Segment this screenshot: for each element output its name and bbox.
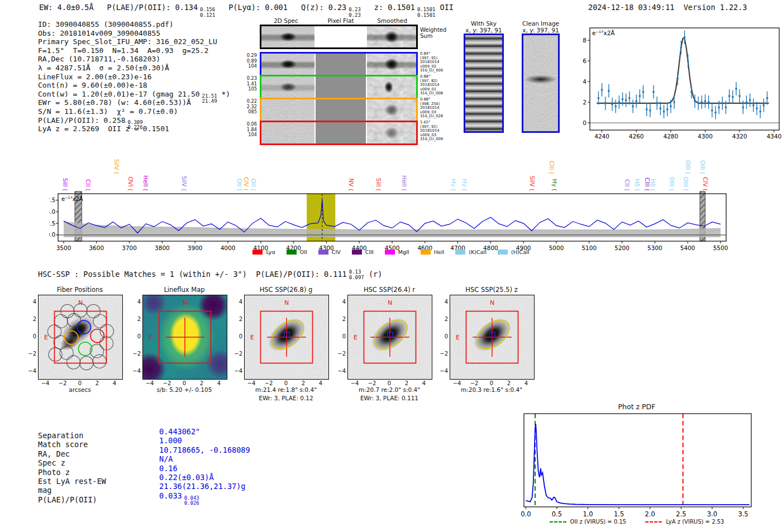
photz-legend-item: LyA z (VIRUS) = 2.53 (645, 519, 724, 525)
x-tick-label: 4 (319, 380, 322, 386)
ewr-plae-label: EWr: 3, PLAE: 0.12 (226, 395, 346, 401)
info-line: ID: 3090040855 (3090040855.pdf) (38, 20, 230, 29)
svg-text:OVI (: OVI ( (127, 176, 134, 191)
svg-text:SiII (: SiII ( (375, 178, 382, 191)
column-header-pixelflat: Pixel Flat (314, 17, 368, 24)
fiber-id-labels: 0.88"(398, 256)20181014v009_03316_LU_028 (420, 98, 443, 119)
y-tick-label: −4 (232, 368, 242, 374)
x-tick-label: 2 (405, 380, 408, 386)
info-line: Cont(w) = 1.20(±0.01)e-17 (gmag 21.5021.… (38, 90, 230, 99)
svg-text:N: N (284, 299, 289, 306)
cutout-lineflux-map: Lineflux Map NE s/b: 5.20 +/- 0.105 420−… (130, 286, 228, 404)
legend-swatch (455, 250, 465, 255)
svg-text:CII (: CII ( (85, 179, 92, 191)
svg-text:SiIV (: SiIV ( (529, 176, 536, 191)
x-tick-label: −2 (470, 380, 479, 386)
legend-item: Lyα (252, 249, 275, 255)
fiber-id-labels: 1.65"(397, 91)20181014v009_03316_LU_009 (420, 121, 443, 142)
svg-text:OIII (: OIII ( (669, 177, 675, 191)
legend-swatch (318, 250, 328, 255)
legend-swatch (352, 250, 362, 255)
y-tick-label: 2 (335, 316, 346, 322)
info-line: P(LAE)/P(OII): 0.2580.3090.226 (38, 116, 230, 125)
x-tick-label: −2 (59, 380, 67, 386)
svg-text:0.0: 0.0 (521, 510, 531, 518)
match-table-labels: Separation Match score RA, Dec Spec z Ph… (38, 431, 106, 504)
svg-text:Hδ (: Hδ ( (650, 179, 656, 191)
y-tick-label: 0 (437, 333, 448, 339)
svg-text:SiIV (: SiIV ( (181, 176, 188, 191)
svg-text:6: 6 (583, 57, 586, 64)
x-tick-label: −4 (351, 380, 359, 386)
timestamp-version: 2024-12-18 03:49:11 Version 1.22.3 (588, 3, 747, 12)
y-tick-label: 0 (130, 333, 141, 339)
x-tick-label: 0 (183, 380, 186, 386)
x-tick-label: 0 (388, 380, 391, 386)
cutout-title: Fiber Positions (38, 286, 122, 294)
info-line: Obs: 20181014v009_3090040855 (38, 29, 230, 38)
y-tick-label: 2 (437, 316, 448, 322)
plae-poii-value: P(LAE)/P(OII): 0.1340.1560.121 (107, 3, 216, 18)
fiber-id-labels: 0.88"(397, 82)20181014v009_01316_LU_008 (420, 75, 443, 96)
svg-text:4: 4 (583, 78, 586, 85)
svg-text:E: E (250, 334, 254, 341)
x-tick-label: 2 (200, 380, 203, 386)
svg-text:N: N (78, 299, 83, 306)
fiber-weight-labels: 0.222.32085 (246, 99, 257, 115)
svg-text:4320: 4320 (732, 133, 747, 140)
fiber-2d-row (260, 98, 418, 122)
emission-line-chart: 42404260428043004320434002468e⁻¹⁷x2Å (575, 25, 782, 140)
svg-text:4240: 4240 (594, 133, 609, 140)
2dspec-image (261, 26, 314, 47)
clean-image (522, 33, 560, 133)
svg-text:3.0: 3.0 (707, 510, 717, 518)
svg-text:4280: 4280 (663, 133, 678, 140)
svg-text:E: E (456, 334, 460, 341)
svg-text:5.0: 5.0 (49, 209, 55, 215)
y-tick-label: 4 (437, 299, 448, 305)
y-tick-label: −2 (26, 351, 36, 357)
x-tick-label: 0 (490, 380, 493, 386)
photz-pdf-chart: 0.00.51.01.52.02.53.03.5 (519, 411, 754, 520)
legend-item: (K)CaII (455, 249, 487, 255)
svg-text:7.5: 7.5 (49, 197, 55, 203)
svg-text:E: E (44, 334, 48, 341)
plya-value: P(Lyα): 0.001 (228, 3, 288, 12)
y-tick-label: 2 (130, 316, 141, 322)
ewr-plae-label: EWr: 3, PLAE: 0.111 (330, 395, 449, 401)
x-tick-label: 2 (507, 380, 511, 386)
legend-item: MgII (385, 249, 409, 255)
weighted-sum-row (260, 25, 418, 49)
info-line: Cont(n) = 9.60(±0.00)e-18 (38, 81, 230, 90)
x-tick-label: −4 (453, 380, 461, 386)
svg-text:4300: 4300 (698, 133, 713, 140)
legend-swatch (287, 250, 297, 255)
svg-text:HeII (: HeII ( (142, 175, 149, 191)
elixer-report-page: EW: 4.0±0.5Å P(LAE)/P(OII): 0.1340.1560.… (0, 0, 782, 532)
y-tick-label: 2 (232, 316, 242, 322)
legend-swatch (252, 250, 263, 255)
svg-text:N: N (388, 299, 392, 306)
y-tick-label: 0 (335, 333, 346, 339)
dashed-line-sample (550, 521, 566, 523)
fiber-weight-labels: 0.231.41105 (246, 76, 257, 92)
legend-swatch (498, 250, 508, 255)
x-tick-label: 0 (78, 380, 82, 386)
fiber-weight-labels: 0.061.84104 (246, 122, 257, 138)
svg-text:0: 0 (583, 119, 586, 126)
legend-swatch (385, 250, 395, 255)
info-line: RA,Dec (10.718711,-0.168203) (38, 55, 230, 64)
cutout-hsc-z: HSC SSP(25.5) z NE m:20.3 re:1.6" s:0.4"… (437, 286, 536, 404)
svg-text:NV (: NV ( (348, 179, 355, 191)
fiber-2d-row (260, 52, 418, 76)
y-tick-label: 0 (26, 333, 36, 339)
fiber-weight-labels: 0.290.89104 (246, 53, 257, 69)
info-line: Primary Spec_Slot_IFU_AMP: 316_022_052_L… (38, 37, 230, 46)
legend-item: OII (287, 249, 307, 255)
x-tick-label: −4 (247, 380, 256, 386)
cutout-title: Lineflux Map (142, 286, 226, 294)
x-tick-label: 0 (284, 380, 288, 386)
fiber-id-labels: 0.84"(397, 91)20181014v009_02316_LU_009 (420, 52, 443, 73)
y-tick-label: −4 (335, 368, 346, 374)
y-tick-label: 4 (130, 299, 141, 305)
